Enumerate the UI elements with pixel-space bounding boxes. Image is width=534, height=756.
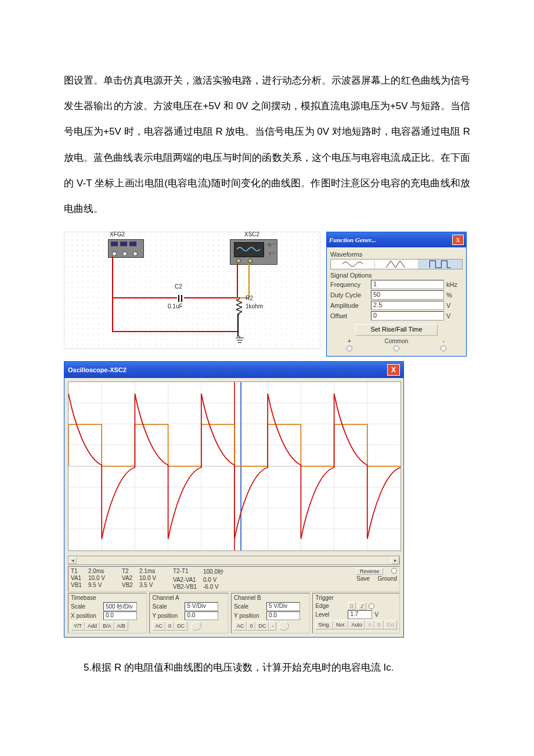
t1-value: 2.0ms (88, 568, 117, 574)
chb-ypos-input[interactable]: 0.0 (266, 611, 300, 620)
va1-label: VA1 (71, 575, 86, 581)
label-xfg2: XFG2 (110, 231, 125, 237)
osc-titlebar[interactable]: Oscilloscope-XSC2 X (64, 362, 403, 378)
reverse-button[interactable]: Reverse (356, 568, 384, 575)
edge-label: Edge (315, 603, 345, 609)
chb-dc-button[interactable]: DC (255, 621, 269, 631)
square-wave-icon[interactable] (418, 260, 462, 269)
final-line: 5.根据 R 的电阻值和曲线图的电压读数，计算开始充电时的电容电流 Ic. (64, 655, 470, 681)
label-xsc2: XSC2 (244, 231, 259, 237)
tb-scale-label: Scale (71, 603, 101, 610)
tb-xpos-label: X position (71, 613, 101, 619)
duty-input[interactable]: 50 (371, 290, 444, 300)
chb-minus-button[interactable]: - (269, 621, 276, 631)
tb-xpos-input[interactable]: 0.0 (103, 611, 137, 620)
amplitude-input[interactable]: 2.5 (371, 301, 444, 310)
port-t-label: T ° (269, 251, 275, 257)
cha-radio[interactable] (191, 621, 201, 631)
trig-a-button[interactable]: A (365, 620, 374, 629)
ground-icon (236, 336, 244, 344)
terminal-plus[interactable]: + (347, 338, 352, 351)
chb-ac-button[interactable]: AC (234, 621, 247, 631)
dvb-label: VB2-VB1 (173, 584, 201, 590)
cha-ypos-label: Y position (152, 613, 182, 619)
terminal-minus[interactable]: - (441, 338, 446, 351)
port-b-label: B (247, 253, 250, 258)
level-unit: V (374, 611, 378, 618)
chb-scale-label: Scale (234, 603, 264, 610)
reverse-radio[interactable] (391, 568, 397, 574)
close-icon[interactable]: X (452, 235, 464, 245)
cha-0-button[interactable]: 0 (165, 621, 174, 631)
cha-dc-button[interactable]: DC (174, 621, 187, 631)
timebase-section: Timebase Scale500 秒/Div X position0.0 Y/… (68, 593, 147, 633)
dt-label: T2-T1 (173, 568, 201, 576)
body-paragraph: 图设置。单击仿真电源开关，激活实验电路，进行动态分析。示波器屏幕上的红色曲线为信… (64, 68, 470, 222)
label-c2: C2 (175, 283, 182, 290)
terminal-common[interactable]: Common (385, 338, 409, 351)
osc-scrollbar[interactable]: ◂ ▸ (68, 556, 400, 565)
sing-button[interactable]: Sing. (315, 620, 333, 629)
dvb-value: -6.0 V (203, 584, 232, 590)
nor-button[interactable]: Nor. (333, 620, 349, 629)
offset-input[interactable]: 0 (371, 311, 444, 321)
figure-row: XFG2 XSC2 A B G ° T ° (64, 232, 470, 357)
close-icon[interactable]: X (387, 364, 400, 376)
trig-b-button[interactable]: B (374, 620, 384, 629)
ab-button[interactable]: A/B (114, 621, 129, 631)
frequency-unit: kHz (444, 281, 463, 288)
tb-scale-input[interactable]: 500 秒/Div (103, 602, 137, 611)
cha-scale-input[interactable]: 5 V/Div (185, 602, 218, 611)
channel-a-section: Channel A Scale5 V/Div Y position0.0 AC … (149, 593, 228, 633)
va1-value: 10.0 V (88, 575, 117, 581)
edge-rise-icon[interactable]: ⎍ (348, 602, 356, 610)
sine-wave-icon[interactable] (331, 260, 375, 269)
cha-ac-button[interactable]: AC (152, 621, 165, 631)
trigger-section: Trigger Edge ⎍ ⎎ Level1.7V Sing. Nor. Au… (312, 593, 400, 633)
chb-0-button[interactable]: 0 (247, 621, 255, 631)
chb-scale-input[interactable]: 5 V/Div (266, 602, 300, 611)
channel-b-section: Channel B Scale5 V/Div Y position0.0 AC … (231, 593, 310, 633)
waveforms-label: Waveforms (330, 251, 463, 258)
amplitude-unit: V (444, 302, 463, 309)
cha-title: Channel A (152, 595, 225, 601)
edge-radio[interactable] (369, 603, 374, 609)
osc-readout: T12.0ms VA110.0 V VB19.5 V T22.1ms VA210… (68, 566, 400, 592)
value-c2: 0.1uF (168, 303, 183, 309)
chb-radio[interactable] (279, 621, 289, 631)
t2-label: T2 (122, 568, 137, 574)
port-g-label: G ° (268, 242, 275, 247)
offset-label: Offset (330, 312, 371, 319)
set-rise-fall-button[interactable]: Set Rise/Fall Time (355, 324, 438, 336)
fg-titlebar[interactable]: Function Gener... X (327, 232, 466, 247)
yt-button[interactable]: Y/T (71, 621, 85, 631)
scroll-left-icon[interactable]: ◂ (68, 557, 77, 564)
vb1-label: VB1 (71, 582, 86, 588)
waveform-selector[interactable] (330, 259, 463, 269)
trigger-title: Trigger (315, 595, 397, 601)
amplitude-label: Amplitude (330, 302, 371, 309)
level-label: Level (315, 611, 345, 618)
ground-label: Ground (378, 575, 397, 582)
t2-value: 2.1ms (139, 568, 168, 574)
triangle-wave-icon[interactable] (375, 260, 419, 269)
duty-unit: % (444, 291, 463, 298)
dva-label: VA2-VA1 (173, 577, 201, 583)
t1-label: T1 (71, 568, 86, 574)
ba-button[interactable]: B/A (100, 621, 114, 631)
level-input[interactable]: 1.7 (348, 610, 372, 619)
chb-title: Channel B (234, 595, 307, 601)
oscilloscope-dialog: Oscilloscope-XSC2 X (64, 361, 404, 638)
edge-fall-icon[interactable]: ⎎ (358, 602, 366, 610)
scroll-right-icon[interactable]: ▸ (391, 557, 399, 564)
function-generator-component (108, 239, 144, 258)
save-button[interactable]: Save (356, 575, 370, 582)
frequency-input[interactable]: 1 (371, 280, 444, 289)
signal-options-label: Signal Options (330, 272, 463, 279)
add-button[interactable]: Add (85, 621, 100, 631)
trig-ext-button[interactable]: Ext (384, 620, 397, 629)
cha-ypos-input[interactable]: 0.0 (185, 611, 218, 620)
vb1-value: 9.5 V (88, 582, 117, 588)
circuit-schematic: XFG2 XSC2 A B G ° T ° (64, 232, 320, 349)
auto-button[interactable]: Auto (348, 620, 365, 629)
